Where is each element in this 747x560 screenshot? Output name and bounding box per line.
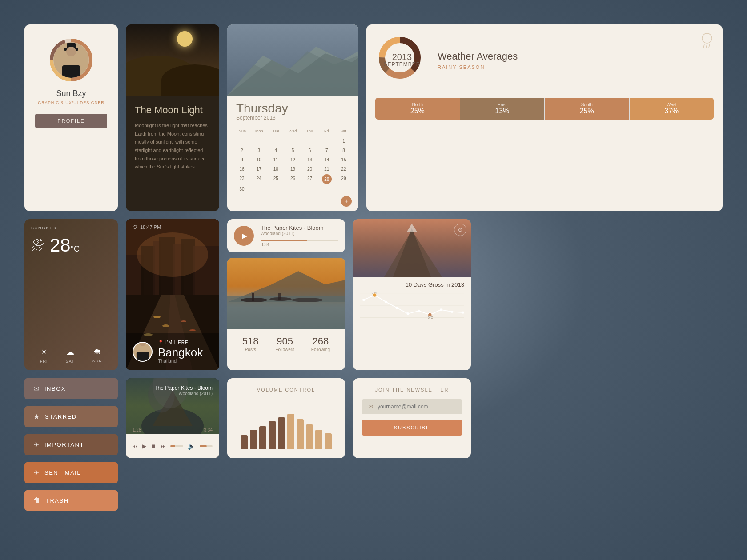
svg-point-32	[137, 232, 208, 277]
profile-card: Sun Bzy GRAPHIC & UX/UI DESIGNER PROFILE	[24, 24, 118, 211]
music-mini-player: ▶ The Paper Kites - Bloom Woodland (2011…	[227, 219, 345, 252]
video-title: The Paper Kites - Bloom Woodland (2011)	[154, 385, 213, 396]
video-player-card: The Paper Kites - Bloom Woodland (2011) …	[126, 378, 219, 458]
rain-icon	[698, 31, 716, 51]
weather-stat-north: North 25%	[375, 98, 460, 120]
fastforward-button[interactable]: ⏭	[161, 443, 166, 449]
inbox-label: INBOX	[44, 385, 66, 392]
music-info: The Paper Kites - Bloom Woodland (2011) …	[261, 224, 338, 247]
stop-button[interactable]: ⏹	[151, 443, 156, 449]
social-stats: 518 Posts 905 Followers 268 Following	[227, 329, 345, 359]
svg-line-10	[709, 44, 710, 48]
volume-bar-0[interactable]	[241, 435, 248, 449]
moon-circle	[177, 31, 193, 47]
avatar	[53, 42, 89, 78]
location-city: Bangkok	[158, 347, 203, 358]
profile-title: GRAPHIC & UX/UI DESIGNER	[38, 100, 104, 105]
trash-item[interactable]: 🗑 TRASH	[24, 490, 118, 511]
important-item[interactable]: ✈ IMPORTANT	[24, 434, 118, 455]
volume-bar-1[interactable]	[250, 430, 257, 449]
chart-photo: ⊙	[353, 219, 471, 277]
weather-widget-card: 2013 SEPTEMBER Weather Averages RAINY SE…	[366, 24, 723, 211]
svg-point-50	[385, 300, 387, 303]
svg-point-40	[292, 298, 323, 302]
volume-bar-2[interactable]	[259, 426, 266, 449]
rewind-button[interactable]: ⏮	[133, 443, 138, 449]
video-progress-bar[interactable]	[170, 445, 183, 447]
forecast-fri: ☀ FRI	[40, 347, 48, 364]
svg-rect-39	[278, 293, 281, 300]
volume-bars	[236, 399, 336, 449]
add-event-button[interactable]: +	[341, 196, 352, 207]
play-button[interactable]: ▶	[234, 226, 254, 246]
profile-name: Sun Bzy	[56, 89, 86, 98]
trash-icon: 🗑	[33, 496, 40, 504]
social-photo	[227, 258, 345, 329]
volume-bar-7[interactable]	[306, 424, 313, 449]
sent-icon: ✈	[33, 468, 39, 477]
volume-bar-3[interactable]	[269, 421, 276, 449]
chart-content: 10 Days Gross in 2013	[353, 277, 471, 370]
newsletter-card: JOIN THE NEWSLETTER ✉ SUBSCRIBE	[353, 378, 471, 458]
forecast-sat: ☁ SAT	[66, 347, 75, 364]
weather-year: 2013	[383, 52, 420, 61]
volume-bar-6[interactable]	[297, 419, 304, 449]
music-progress-bar[interactable]	[261, 240, 338, 241]
email-input[interactable]	[378, 404, 455, 410]
volume-control-card: VOLUME CONTROL	[227, 378, 345, 458]
svg-point-30	[181, 320, 186, 322]
bangkok-city-label: BANGKOK	[31, 226, 111, 230]
moon-image	[126, 24, 219, 96]
social-posts: 518 Posts	[242, 336, 259, 352]
pin-icon: 📍	[158, 340, 164, 345]
social-card: 518 Posts 905 Followers 268 Following	[227, 258, 345, 370]
svg-rect-37	[252, 293, 254, 301]
calendar-day-name: Thursday	[236, 102, 349, 115]
weather-stats: North 25% East 13% South 25% West 37%	[375, 98, 714, 120]
calendar-month-year: September 2013	[236, 115, 349, 121]
volume-bar-8[interactable]	[315, 430, 322, 449]
trash-label: TRASH	[46, 497, 69, 504]
svg-line-9	[706, 44, 707, 48]
svg-point-28	[162, 324, 169, 327]
location-avatar	[133, 342, 153, 362]
starred-item[interactable]: ★ STARRED	[24, 406, 118, 427]
volume-icon[interactable]: 🔈	[188, 443, 195, 450]
svg-line-8	[703, 44, 704, 48]
video-play-button[interactable]: ▶	[142, 443, 146, 449]
volume-slider[interactable]	[200, 445, 213, 447]
volume-bar-5[interactable]	[287, 414, 294, 449]
music-time: 3:34	[261, 242, 338, 247]
svg-point-55	[440, 308, 442, 311]
moon-text: Moonlight is the light that reaches Eart…	[135, 121, 210, 171]
location-card: ⏱ 18:47 PM 📍 I'M HERE	[126, 219, 219, 370]
video-time-total: 3:34	[204, 428, 213, 432]
social-followers: 905 Followers	[275, 336, 294, 352]
email-input-wrap: ✉	[362, 399, 462, 414]
weather-title: Weather Averages	[438, 51, 518, 62]
weather-stat-west: West 37%	[630, 98, 714, 120]
volume-title: VOLUME CONTROL	[236, 387, 336, 392]
volume-bar-4[interactable]	[278, 417, 285, 449]
clock-icon: ⏱	[133, 224, 137, 230]
weather-stat-east: East 13%	[460, 98, 545, 120]
inbox-item[interactable]: ✉ INBOX	[24, 378, 118, 399]
profile-ring	[49, 38, 93, 82]
profile-button[interactable]: PROFILE	[35, 114, 107, 128]
bangkok-forecast: ☀ FRI ☁ SAT 🌧 SUN	[31, 347, 111, 364]
svg-point-48	[362, 299, 365, 301]
volume-bar-9[interactable]	[325, 433, 332, 449]
compass-icon[interactable]: ⊙	[454, 224, 466, 236]
bangkok-temp-display: ⛈ 28°C	[31, 235, 111, 256]
rain-weather-icon: ⛈	[31, 237, 45, 254]
chart-card: ⊙ 10 Days Gross in 2013	[353, 219, 471, 370]
bangkok-weather-card: BANGKOK ⛈ 28°C ☀ FRI ☁ SAT 🌧	[24, 219, 118, 370]
sent-item[interactable]: ✈ SENT MAIL	[24, 462, 118, 483]
svg-point-56	[451, 311, 453, 313]
music-title: The Paper Kites - Bloom	[261, 224, 338, 231]
svg-point-52	[407, 312, 409, 315]
calendar-days: 1 2 3 4 5 6 7 8 9 10 11 12 13 14 15 16 1	[234, 137, 352, 193]
location-time: ⏱ 18:47 PM	[133, 224, 161, 230]
location-info: 📍 I'M HERE Bangkok Thailand	[126, 333, 219, 370]
subscribe-button[interactable]: SUBSCRIBE	[362, 420, 462, 436]
